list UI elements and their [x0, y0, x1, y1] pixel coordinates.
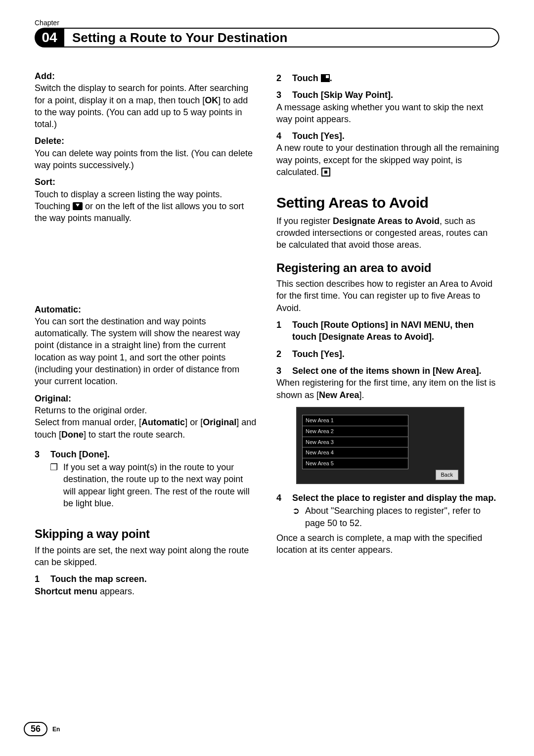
skip-step-3-text: A message asking whether you want to ski…	[276, 101, 499, 126]
list-item[interactable]: New Area 2	[303, 426, 408, 437]
list-item[interactable]: New Area 5	[303, 458, 408, 469]
list-item[interactable]: New Area 1	[303, 415, 408, 426]
content-columns: Add: Switch the display to search for po…	[35, 70, 499, 597]
delete-text: You can delete way points from the list.…	[35, 148, 253, 170]
registering-heading: Registering an area to avoid	[276, 260, 499, 276]
chapter-label: Chapter	[35, 19, 499, 27]
skip-step-4-text: A new route to your destination through …	[276, 142, 499, 178]
skipping-heading: Skipping a way point	[35, 526, 258, 542]
step-3-done: 3 Touch [Done].	[35, 448, 258, 460]
chapter-header: 04 Setting a Route to Your Destination	[35, 28, 499, 47]
list-item[interactable]: New Area 4	[303, 447, 408, 458]
add-block: Add: Switch the display to search for po…	[35, 70, 258, 130]
reg-step-2: 2 Touch [Yes].	[276, 348, 499, 360]
original-text-1: Returns to the original order.	[35, 405, 147, 415]
skip-step-1: 1 Touch the map screen.	[35, 573, 258, 585]
original-text-2: Select from manual order, [Automatic] or…	[35, 417, 256, 439]
right-column: 2 Touch . 3 Touch [Skip Way Point]. A me…	[276, 70, 499, 597]
back-button[interactable]: Back	[436, 470, 458, 480]
sort-arrow-icon	[73, 202, 83, 210]
skip-step-2: 2 Touch .	[276, 72, 499, 84]
reference-arrow-icon: ➲	[291, 505, 300, 529]
chapter-title: Setting a Route to Your Destination	[64, 28, 499, 47]
new-area-table: New Area 1 New Area 2 New Area 3 New Are…	[302, 415, 408, 469]
automatic-block: Automatic: You can sort the destination …	[35, 304, 258, 388]
page-number: 56	[24, 722, 47, 736]
add-label: Add:	[35, 71, 55, 81]
note-bullet-icon: ❐	[49, 461, 58, 509]
chapter-number-badge: 04	[35, 28, 64, 47]
areas-text: If you register Designate Areas to Avoid…	[276, 215, 499, 251]
original-label: Original:	[35, 394, 71, 403]
skip-step-3: 3 Touch [Skip Way Point].	[276, 89, 499, 101]
registering-text: This section describes how to register a…	[276, 278, 499, 314]
sort-label: Sort:	[35, 177, 55, 187]
language-label: En	[52, 726, 60, 733]
reg-step-3-text: When registering for the first time, any…	[276, 377, 499, 401]
step-3-note: ❐ If you set a way point(s) in the route…	[35, 461, 258, 509]
delete-label: Delete:	[35, 136, 64, 146]
reg-step-1: 1 Touch [Route Options] in NAVI MENU, th…	[276, 319, 499, 343]
automatic-label: Automatic:	[35, 305, 81, 314]
skip-step-4: 4 Touch [Yes].	[276, 130, 499, 142]
shortcut-flag-icon	[321, 74, 330, 82]
sort-block: Sort: Touch to display a screen listing …	[35, 176, 258, 224]
reg-step-4-text: Once a search is complete, a map with th…	[276, 532, 499, 556]
reg-step-4-ref: ➲ About "Searching places to register", …	[276, 505, 499, 529]
reg-step-4: 4 Select the place to register and displ…	[276, 492, 499, 504]
delete-block: Delete: You can delete way points from t…	[35, 135, 258, 171]
reg-step-3: 3 Select one of the items shown in [New …	[276, 365, 499, 377]
areas-heading: Setting Areas to Avoid	[276, 193, 499, 213]
end-section-icon	[321, 168, 330, 177]
page: Chapter 04 Setting a Route to Your Desti…	[0, 0, 534, 756]
page-footer: 56 En	[24, 722, 60, 736]
skip-step-1-sub: Shortcut menu appears.	[35, 585, 258, 597]
original-block: Original: Returns to the original order.…	[35, 393, 258, 441]
automatic-text: You can sort the destination and way poi…	[35, 316, 240, 386]
skipping-text: If the points are set, the next way poin…	[35, 544, 258, 569]
new-area-list-screenshot: New Area 1 New Area 2 New Area 3 New Are…	[296, 407, 464, 484]
left-column: Add: Switch the display to search for po…	[35, 70, 258, 597]
sort-text: Touch to display a screen listing the wa…	[35, 189, 244, 223]
list-item[interactable]: New Area 3	[303, 437, 408, 447]
add-text: Switch the display to search for points.…	[35, 83, 248, 129]
